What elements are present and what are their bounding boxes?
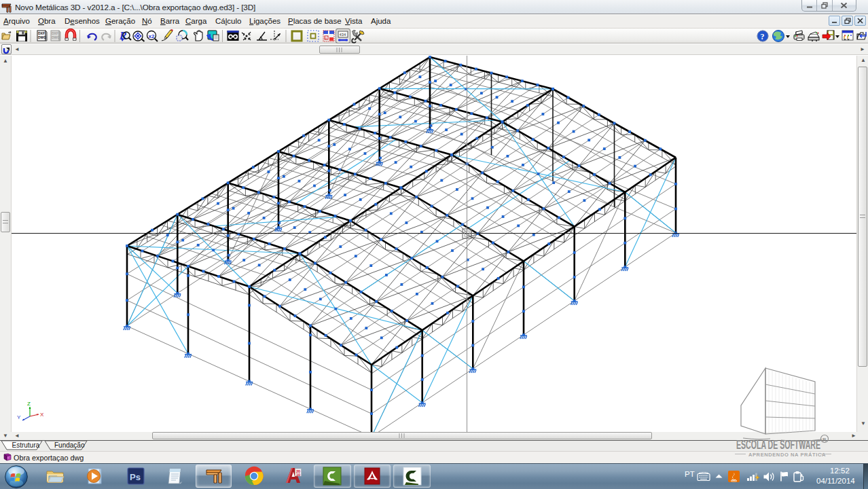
svg-text:10: 10 [296, 473, 300, 477]
svg-text:434: 434 [340, 33, 347, 37]
svg-text:X: X [40, 412, 44, 418]
svg-text:o: o [325, 36, 327, 40]
svg-text:Ps: Ps [130, 472, 141, 482]
svg-text:?: ? [761, 32, 765, 41]
svg-text:Y: Y [17, 414, 21, 420]
svg-text:ESCOLA DE SOFTWARE: ESCOLA DE SOFTWARE [736, 438, 820, 452]
svg-text:R: R [822, 437, 827, 443]
svg-text:DWG: DWG [38, 35, 46, 39]
svg-text:APRENDENDO NA PRÁTICA: APRENDENDO NA PRÁTICA [748, 452, 826, 458]
svg-text:Fundação: Fundação [54, 441, 85, 449]
svg-text:Z: Z [27, 401, 31, 407]
svg-text:x2: x2 [149, 33, 155, 39]
svg-text:Estrutura: Estrutura [12, 441, 40, 449]
svg-text:DWG: DWG [52, 35, 60, 39]
